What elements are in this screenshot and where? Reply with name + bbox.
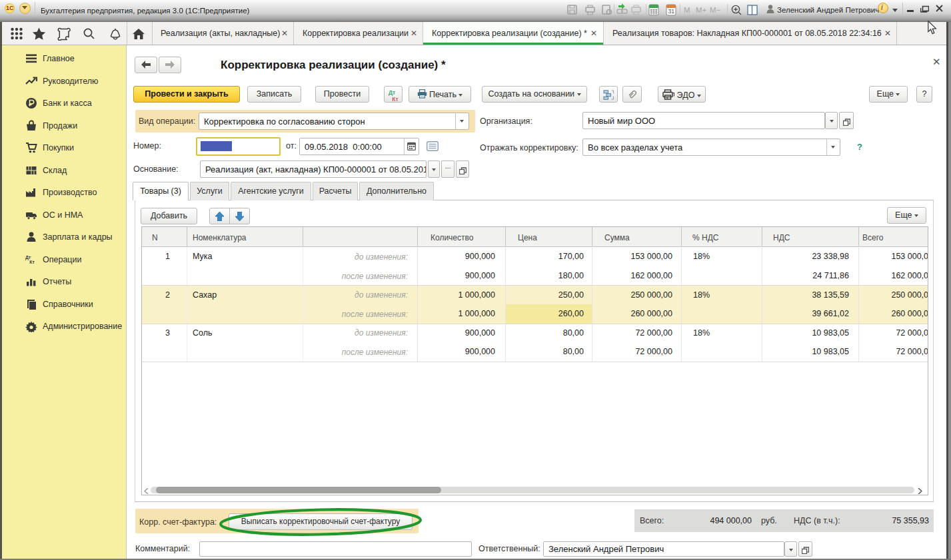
svg-text:Кт: Кт	[29, 260, 35, 264]
svg-text:31: 31	[668, 8, 675, 15]
svg-text:M: M	[684, 6, 690, 14]
svg-text:M−: M−	[710, 6, 721, 14]
svg-text:M+: M+	[696, 6, 707, 14]
svg-text:я: я	[666, 96, 668, 100]
